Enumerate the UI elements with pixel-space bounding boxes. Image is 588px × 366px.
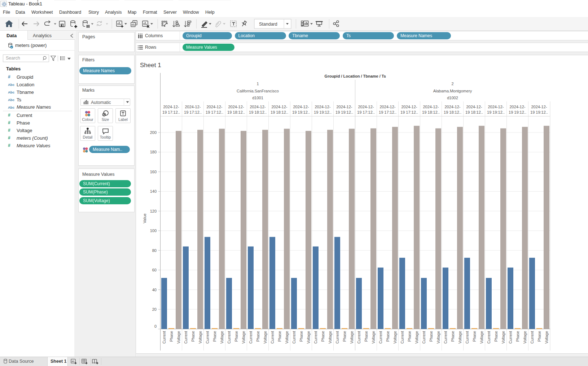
svg-text:2: 2 [451,82,453,86]
svg-text:Current: Current [422,331,426,344]
svg-text:19 19:12..: 19 19:12.. [335,110,353,114]
svg-text:California.SanFrancisco: California.SanFrancisco [237,89,279,93]
svg-text:2024-12-: 2024-12- [163,105,179,109]
svg-text:200: 200 [150,130,157,135]
svg-text:Current: Current [270,331,275,344]
svg-text:19 18:12..: 19 18:12.. [227,110,245,114]
svg-text:0: 0 [154,324,157,328]
svg-text:2024-12-: 2024-12- [379,105,395,109]
svg-text:2024-12-: 2024-12- [531,105,547,109]
svg-text:2024-12-: 2024-12- [185,105,201,109]
svg-text:Groupid / Location / Tbname /: Groupid / Location / Tbname / Ts [325,74,386,78]
svg-text:Voltage: Voltage [458,331,462,344]
svg-text:Phase: Phase [515,331,520,342]
svg-text:19 19:12..: 19 19:12.. [314,110,332,114]
svg-text:Phase: Phase [537,331,541,342]
svg-text:Voltage: Voltage [436,331,440,344]
svg-text:2024-12-: 2024-12- [488,105,504,109]
svg-text:160: 160 [150,170,157,174]
svg-text:2024-12-: 2024-12- [250,105,266,109]
svg-text:Phase: Phase [364,331,368,342]
svg-text:Voltage: Voltage [414,331,419,344]
svg-text:Current: Current [184,331,188,344]
svg-text:2024-12-: 2024-12- [509,105,525,109]
svg-text:Voltage: Voltage [176,331,181,344]
svg-text:Current: Current [227,331,231,344]
svg-text:Voltage: Voltage [523,331,527,344]
svg-text:140: 140 [150,189,157,193]
svg-text:120: 120 [150,209,157,213]
svg-text:20: 20 [152,307,157,311]
svg-text:Phase: Phase [451,331,455,342]
svg-text:19 17:12..: 19 17:12.. [400,110,418,114]
svg-text:Alabama.Montgomery: Alabama.Montgomery [433,89,472,93]
svg-text:19 19:12..: 19 19:12.. [530,110,548,114]
svg-text:19 18:12..: 19 18:12.. [271,110,288,114]
svg-text:Current: Current [357,331,361,344]
svg-text:80: 80 [152,248,157,253]
svg-text:19 17:12..: 19 17:12.. [184,110,202,114]
svg-text:40: 40 [152,288,157,292]
svg-text:2024-12-: 2024-12- [358,105,374,109]
svg-text:19 18:12..: 19 18:12.. [444,110,461,114]
svg-text:19 18:12..: 19 18:12.. [249,110,267,114]
svg-text:19 19:12..: 19 19:12.. [487,110,505,114]
svg-text:2024-12-: 2024-12- [444,105,460,109]
svg-text:19 18:12..: 19 18:12.. [422,110,440,114]
svg-text:2024-12-: 2024-12- [206,105,222,109]
svg-text:19 17:12..: 19 17:12.. [206,110,223,114]
svg-text:Phase: Phase [494,331,498,342]
svg-text:19 17:12..: 19 17:12.. [379,110,396,114]
svg-text:Phase: Phase [169,331,174,342]
svg-text:Phase: Phase [256,331,260,342]
svg-text:Current: Current [313,331,318,344]
svg-text:2024-12-: 2024-12- [423,105,439,109]
svg-text:Current: Current [378,331,383,344]
svg-text:Phase: Phase [429,331,433,342]
svg-text:2024-12-: 2024-12- [315,105,330,109]
svg-text:Current: Current [508,331,513,344]
svg-text:Standard: Standard [259,22,277,27]
svg-text:Value: Value [142,213,147,223]
svg-text:19 19:12..: 19 19:12.. [509,110,526,114]
svg-text:Current: Current [162,331,166,344]
svg-text:d1001: d1001 [252,96,263,100]
svg-text:Current: Current [487,331,491,344]
svg-text:19 18:12..: 19 18:12.. [465,110,483,114]
svg-text:Current: Current [400,331,404,344]
svg-text:Voltage: Voltage [306,331,311,344]
svg-text:60: 60 [152,268,157,272]
svg-text:Phase: Phase [212,331,217,342]
svg-text:Voltage: Voltage [220,331,224,344]
svg-text:2024-12-: 2024-12- [271,105,287,109]
svg-text:Voltage: Voltage [544,331,549,344]
svg-text:19 19:12..: 19 19:12.. [292,110,310,114]
svg-text:100: 100 [150,228,157,233]
svg-text:Current: Current [443,331,448,344]
svg-text:Voltage: Voltage [328,331,332,344]
svg-text:Voltage: Voltage [263,331,267,344]
svg-text:Current: Current [530,331,534,344]
svg-text:Phase: Phase [191,331,195,342]
svg-text:Current: Current [249,331,253,344]
svg-text:Phase: Phase [407,331,412,342]
svg-text:d1002: d1002 [447,96,458,100]
svg-text:Phase: Phase [342,331,347,342]
svg-text:19 17:12..: 19 17:12.. [357,110,375,114]
svg-text:180: 180 [150,150,157,154]
svg-text:Current: Current [205,331,210,344]
svg-text:Phase: Phase [321,331,325,342]
svg-text:19 17:12..: 19 17:12.. [162,110,180,114]
svg-text:1: 1 [256,82,259,86]
svg-text:Voltage: Voltage [198,331,202,344]
svg-text:Phase: Phase [299,331,303,342]
svg-text:2024-12-: 2024-12- [466,105,482,109]
svg-text:Voltage: Voltage [393,331,397,344]
svg-text:Phase: Phase [277,331,282,342]
svg-text:Phase: Phase [386,331,390,342]
svg-text:Voltage: Voltage [241,331,246,344]
svg-text:Voltage: Voltage [479,331,484,344]
svg-text:2024-12-: 2024-12- [228,105,244,109]
svg-text:Current: Current [335,331,339,344]
svg-text:Voltage: Voltage [371,331,376,344]
